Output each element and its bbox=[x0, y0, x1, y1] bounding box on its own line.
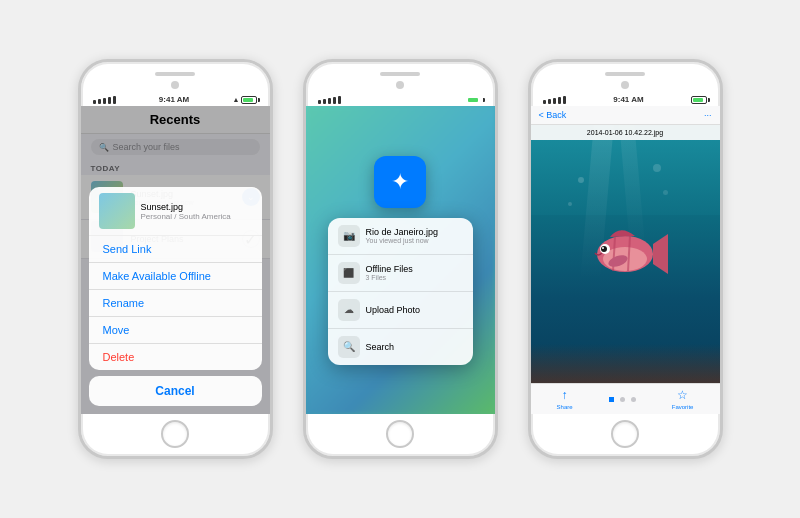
dot-1 bbox=[609, 397, 614, 402]
action-file-preview: Sunset.jpg Personal / South America bbox=[89, 187, 262, 236]
action-move[interactable]: Move bbox=[89, 317, 262, 344]
phone-3-screen: < Back ··· bbox=[531, 106, 720, 414]
phone-3: 9:41 AM < Back ··· bbox=[528, 59, 723, 459]
action-rename[interactable]: Rename bbox=[89, 290, 262, 317]
action-cancel[interactable]: Cancel bbox=[89, 376, 262, 406]
action-send-link[interactable]: Send Link bbox=[89, 236, 262, 263]
quick-item-rio-sub: You viewed just now bbox=[366, 237, 463, 244]
fish-image bbox=[531, 125, 720, 383]
camera bbox=[171, 81, 179, 89]
status-bar-3: 9:41 AM bbox=[531, 93, 720, 106]
phone-2-top: 9:41 AM bbox=[306, 62, 495, 106]
image-actions: ↑ Share ☆ Favorite bbox=[531, 383, 720, 414]
home-button-3[interactable] bbox=[611, 420, 639, 448]
speaker-3 bbox=[605, 72, 645, 76]
dropbox-icon: ✦ bbox=[391, 169, 409, 195]
quick-item-rio-text: Rio de Janeiro.jpg You viewed just now bbox=[360, 227, 463, 244]
share-button[interactable]: ↑ Share bbox=[557, 388, 573, 410]
speaker bbox=[155, 72, 195, 76]
quick-item-search[interactable]: 🔍 Search bbox=[328, 329, 473, 365]
wifi-icon: ▲ bbox=[233, 96, 240, 103]
status-time-3: 9:41 AM bbox=[613, 95, 643, 104]
quick-item-offline-text: Offline Files 3 Files bbox=[360, 264, 463, 281]
image-view-area: 2014-01-06 10.42.22.jpg bbox=[531, 125, 720, 383]
action-filepath: Personal / South America bbox=[141, 212, 231, 221]
quick-menu: 📷 Rio de Janeiro.jpg You viewed just now… bbox=[328, 218, 473, 365]
quick-action-container: ✦ 📷 Rio de Janeiro.jpg You viewed just n… bbox=[328, 156, 473, 365]
battery-icon-2 bbox=[466, 96, 482, 104]
quick-item-search-icon: 🔍 bbox=[338, 336, 360, 358]
camera-3 bbox=[621, 81, 629, 89]
phone-3-bottom bbox=[531, 414, 720, 456]
phone-1-screen: Recents 🔍 Search your files TODAY Sunset… bbox=[81, 106, 270, 414]
dropbox-app-icon[interactable]: ✦ bbox=[374, 156, 426, 208]
status-bar: 9:41 AM ▲ bbox=[81, 93, 270, 106]
battery-icon bbox=[241, 96, 257, 104]
dot-3 bbox=[631, 397, 636, 402]
back-button[interactable]: < Back bbox=[539, 110, 567, 120]
svg-point-4 bbox=[601, 246, 607, 252]
quick-item-offline[interactable]: ⬛ Offline Files 3 Files bbox=[328, 255, 473, 292]
speaker-2 bbox=[380, 72, 420, 76]
action-file-details: Sunset.jpg Personal / South America bbox=[141, 202, 231, 221]
phone-3-top: 9:41 AM bbox=[531, 62, 720, 106]
quick-item-search-title: Search bbox=[366, 342, 463, 352]
battery-icon-3 bbox=[691, 96, 707, 104]
action-sheet-content: Sunset.jpg Personal / South America Send… bbox=[81, 187, 270, 414]
signal-icon bbox=[93, 96, 116, 104]
image-nav-bar: < Back ··· bbox=[531, 106, 720, 125]
image-filename: 2014-01-06 10.42.22.jpg bbox=[587, 129, 663, 136]
quick-item-upload-icon: ☁ bbox=[338, 299, 360, 321]
share-icon: ↑ bbox=[562, 388, 568, 402]
image-filename-bar: 2014-01-06 10.42.22.jpg bbox=[531, 125, 720, 140]
home-button-2[interactable] bbox=[386, 420, 414, 448]
action-preview-thumb bbox=[99, 193, 135, 229]
signal-icon-3 bbox=[543, 96, 566, 104]
status-bar-2: 9:41 AM bbox=[306, 93, 495, 106]
star-icon: ☆ bbox=[677, 388, 688, 402]
action-offline[interactable]: Make Available Offline bbox=[89, 263, 262, 290]
camera-2 bbox=[396, 81, 404, 89]
quick-item-search-text: Search bbox=[360, 342, 463, 352]
quick-item-rio-icon: 📷 bbox=[338, 225, 360, 247]
star-button[interactable]: ☆ Favorite bbox=[672, 388, 694, 410]
svg-marker-2 bbox=[653, 234, 668, 274]
action-dots bbox=[609, 397, 636, 402]
quick-item-upload-title: Upload Photo bbox=[366, 305, 463, 315]
action-delete[interactable]: Delete bbox=[89, 344, 262, 370]
action-filename: Sunset.jpg bbox=[141, 202, 231, 212]
quick-item-offline-sub: 3 Files bbox=[366, 274, 463, 281]
phone-1-top: 9:41 AM ▲ bbox=[81, 62, 270, 106]
phone-2: 9:41 AM ✦ 📷 bbox=[303, 59, 498, 459]
phone-2-bottom bbox=[306, 414, 495, 456]
quick-item-rio-title: Rio de Janeiro.jpg bbox=[366, 227, 463, 237]
star-label: Favorite bbox=[672, 404, 694, 410]
phone-1: 9:41 AM ▲ Recents 🔍 Search your files TO… bbox=[78, 59, 273, 459]
phone-2-screen: ✦ 📷 Rio de Janeiro.jpg You viewed just n… bbox=[306, 106, 495, 414]
quick-item-offline-title: Offline Files bbox=[366, 264, 463, 274]
status-time-2: 9:41 AM bbox=[388, 95, 418, 104]
dot-2 bbox=[620, 397, 625, 402]
more-button[interactable]: ··· bbox=[704, 110, 712, 120]
share-label: Share bbox=[557, 404, 573, 410]
svg-point-5 bbox=[602, 247, 604, 249]
fish-svg bbox=[580, 219, 670, 289]
quick-item-rio[interactable]: 📷 Rio de Janeiro.jpg You viewed just now bbox=[328, 218, 473, 255]
status-time: 9:41 AM bbox=[159, 95, 189, 104]
signal-icon-2 bbox=[318, 96, 341, 104]
quick-item-upload-text: Upload Photo bbox=[360, 305, 463, 315]
action-sheet: Sunset.jpg Personal / South America Send… bbox=[81, 106, 270, 414]
phone-1-bottom bbox=[81, 414, 270, 456]
home-button[interactable] bbox=[161, 420, 189, 448]
quick-item-upload[interactable]: ☁ Upload Photo bbox=[328, 292, 473, 329]
quick-item-offline-icon: ⬛ bbox=[338, 262, 360, 284]
